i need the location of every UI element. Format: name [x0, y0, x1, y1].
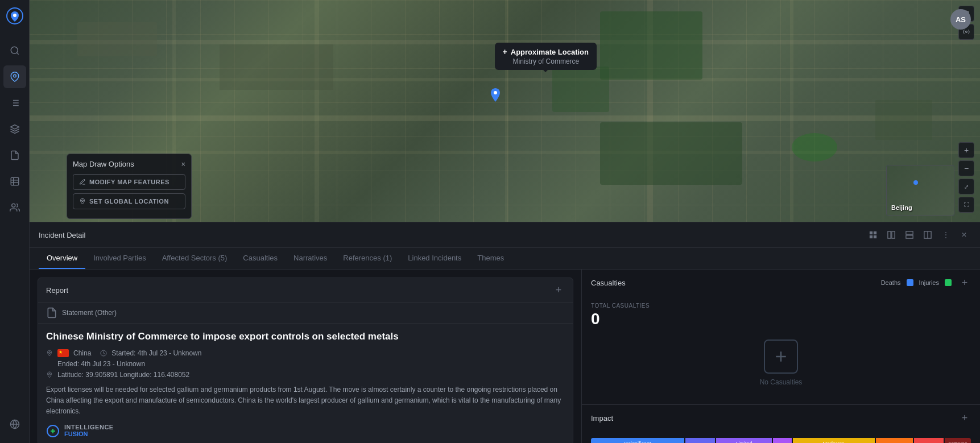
- split-h-icon[interactable]: [921, 228, 934, 242]
- grid-medium-icon[interactable]: [884, 228, 898, 242]
- map-tooltip-title: Approximate Location: [503, 47, 589, 56]
- svg-point-18: [494, 91, 497, 94]
- tab-affected-sectors[interactable]: Affected Sectors (5): [154, 248, 235, 269]
- medical-icon: [764, 340, 798, 374]
- sidebar-item-map[interactable]: [3, 65, 26, 88]
- grid-small-icon[interactable]: [866, 228, 880, 242]
- incident-controls: ⋮ ✕: [866, 228, 971, 242]
- if-sub: FUSION: [64, 430, 114, 437]
- user-avatar[interactable]: AS: [950, 9, 971, 30]
- impact-bar: Insignificant Limited Moderate Extreme: [591, 438, 971, 443]
- sidebar-item-location[interactable]: [3, 413, 26, 436]
- impact-extreme: Extreme: [945, 438, 971, 443]
- sidebar-item-list[interactable]: [3, 92, 26, 114]
- coordinates-icon: [46, 371, 53, 378]
- svg-point-15: [11, 204, 15, 207]
- map-area[interactable]: Approximate Location Ministry of Commerc…: [30, 0, 980, 222]
- incident-description: Export licenses will be needed for selec…: [46, 384, 565, 417]
- if-logo-icon: [46, 424, 60, 438]
- tab-casualties[interactable]: Casualties: [235, 248, 286, 269]
- tab-linked-incidents[interactable]: Linked Incidents: [400, 248, 469, 269]
- expand-button[interactable]: ⤢: [958, 179, 974, 194]
- meta-row-ended: Ended: 4th Jul 23 - Unknown: [46, 360, 565, 368]
- coordinates-label: Latitude: 39.905891 Longitude: 116.40805…: [57, 371, 189, 379]
- incident-detail-title: Incident Detail: [39, 231, 85, 239]
- sidebar-item-table[interactable]: [3, 170, 26, 193]
- tabs-bar: Overview Involved Parties Affected Secto…: [30, 248, 980, 270]
- report-doc-row: Statement (Other): [38, 303, 573, 324]
- no-casualties-text: No Casualties: [760, 378, 803, 386]
- impact-seg6: [876, 438, 913, 443]
- sidebar-item-search[interactable]: [3, 39, 26, 62]
- intelligence-fusion-logo: INTELLIGENCE FUSION: [46, 424, 565, 438]
- sidebar: [0, 0, 30, 443]
- report-card-title: Report: [46, 286, 68, 295]
- right-panel: Casualties Deaths Injuries +: [582, 270, 980, 443]
- modify-map-features-button[interactable]: MODIFY MAP FEATURES: [73, 174, 185, 190]
- svg-rect-22: [870, 231, 873, 234]
- impact-body: Insignificant Limited Moderate Extreme: [582, 431, 980, 443]
- svg-point-3: [13, 74, 16, 77]
- casualties-header-right: Deaths Injuries +: [881, 276, 971, 289]
- sidebar-item-document[interactable]: [3, 144, 26, 167]
- svg-rect-28: [906, 231, 913, 234]
- casualties-body: TOTAL CASUALTIES 0 No Casualties: [582, 296, 980, 404]
- deaths-legend-dot: [907, 279, 913, 286]
- close-icon[interactable]: ✕: [957, 228, 971, 242]
- casualties-add-button[interactable]: +: [958, 276, 971, 289]
- impact-limited: Limited: [716, 438, 772, 443]
- incident-meta: China Started: 4th Jul 23 - Unknown Ende…: [46, 349, 565, 379]
- doc-type-label: Statement (Other): [62, 309, 117, 317]
- tab-references[interactable]: References (1): [335, 248, 400, 269]
- fullscreen-button[interactable]: ⛶: [958, 197, 974, 213]
- svg-rect-24: [870, 235, 873, 238]
- svg-point-2: [11, 47, 18, 53]
- clock-icon: [100, 350, 107, 357]
- impact-seg4: [773, 438, 792, 443]
- casualties-title: Casualties: [591, 279, 626, 287]
- svg-point-32: [49, 351, 51, 353]
- if-name: INTELLIGENCE: [64, 424, 114, 430]
- zoom-in-button[interactable]: +: [958, 142, 974, 158]
- tab-overview[interactable]: Overview: [39, 248, 85, 269]
- svg-point-34: [49, 373, 51, 375]
- svg-point-19: [82, 200, 84, 202]
- sidebar-item-people[interactable]: [3, 196, 26, 219]
- map-draw-panel-header: Map Draw Options ×: [73, 160, 185, 168]
- total-casualties-label: TOTAL CASUALTIES: [591, 303, 971, 309]
- map-draw-options-title: Map Draw Options: [73, 160, 134, 168]
- tab-involved-parties[interactable]: Involved Parties: [85, 248, 154, 269]
- impact-add-button[interactable]: +: [958, 412, 971, 424]
- country-name: China: [73, 349, 91, 357]
- set-global-location-button[interactable]: SET GLOBAL LOCATION: [73, 193, 185, 209]
- map-marker[interactable]: [490, 88, 501, 102]
- svg-marker-10: [10, 125, 19, 130]
- impact-section: Impact + Insignificant Limited Moderate: [582, 405, 980, 443]
- map-controls: + − ⤢ ⛶: [958, 142, 974, 213]
- tab-themes[interactable]: Themes: [469, 248, 512, 269]
- impact-title: Impact: [591, 414, 613, 423]
- impact-insignificant: Insignificant: [591, 438, 684, 443]
- impact-seg7: [914, 438, 944, 443]
- map-draw-close-icon[interactable]: ×: [181, 160, 185, 168]
- sidebar-item-layers[interactable]: [3, 118, 26, 140]
- svg-rect-29: [906, 235, 913, 238]
- mini-map-label: Beijing: [891, 204, 912, 211]
- casualties-header: Casualties Deaths Injuries +: [582, 270, 980, 296]
- tab-narratives[interactable]: Narratives: [286, 248, 335, 269]
- bottom-panel: Incident Detail ⋮ ✕ Overview: [30, 222, 980, 443]
- report-card: Report + Statement (Other) Chinese Minis…: [38, 278, 573, 443]
- svg-rect-25: [874, 235, 876, 238]
- split-v-icon[interactable]: [903, 228, 916, 242]
- svg-rect-23: [874, 231, 876, 234]
- incident-headline: Chinese Ministry of Commerce to impose e…: [46, 330, 565, 343]
- zoom-out-button[interactable]: −: [958, 160, 974, 176]
- left-panel: Report + Statement (Other) Chinese Minis…: [30, 270, 582, 443]
- meta-row-coords: Latitude: 39.905891 Longitude: 116.40805…: [46, 371, 565, 379]
- casualties-legend: Deaths Injuries: [881, 279, 952, 286]
- impact-header[interactable]: Impact +: [582, 405, 980, 431]
- more-options-icon[interactable]: ⋮: [939, 228, 953, 242]
- injuries-legend-dot: [945, 279, 952, 286]
- svg-rect-27: [892, 231, 895, 238]
- report-add-button[interactable]: +: [552, 284, 565, 296]
